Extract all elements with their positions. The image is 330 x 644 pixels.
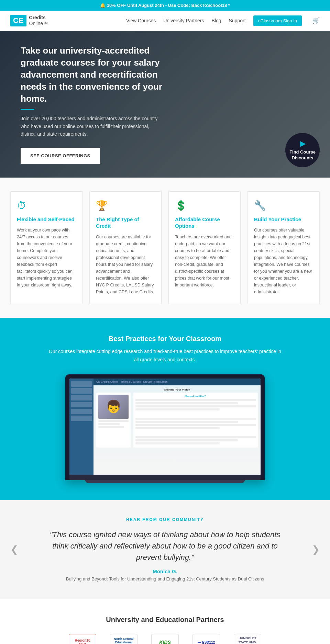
screen-image: 👦 — [98, 395, 129, 419]
practice-icon: 🔧 — [254, 200, 313, 211]
nav-support[interactable]: Support — [229, 18, 246, 23]
partner-logo-humboldt: HUMBOLDTSTATE UNIV.education — [234, 634, 261, 644]
feature-card-affordable: 💲 Affordable Course Options Teachers are… — [168, 191, 241, 304]
sidebar-item-5 — [71, 409, 92, 414]
feature-card-credit: 🏆 The Right Type of Credit Our courses a… — [89, 191, 162, 304]
partner-logo-region10: Region10ESC — [69, 634, 96, 644]
kids-logo: KIDS — [151, 634, 179, 644]
partners-title: University and Educational Partners — [10, 616, 320, 624]
screen-sidebar — [69, 379, 94, 475]
logo-text: Credits Online™ — [29, 15, 48, 26]
screen-sound-familiar: Sound familiar? — [135, 395, 256, 398]
screen-topbar-nav: Home | Courses | Groups | Resources — [121, 380, 167, 383]
eclassroom-signin-button[interactable]: eClassroom Sign In — [253, 15, 302, 26]
logo-ce-box: CE — [10, 15, 26, 26]
screen-para-9 — [135, 436, 256, 438]
testimonial-next-button[interactable]: ❯ — [312, 544, 320, 555]
laptop: CE Credits Online Home | Courses | Group… — [65, 374, 265, 480]
screen-para-6 — [135, 421, 238, 423]
hero-subtext: Join over 20,000 teachers and administra… — [21, 115, 165, 138]
screen-para-8 — [135, 427, 220, 429]
screen-para-5 — [135, 418, 256, 420]
testimonials-section: ❮ HEAR FROM OUR COMMUNITY "This course i… — [0, 500, 330, 599]
partners-section: University and Educational Partners Regi… — [0, 599, 330, 644]
screen-left-panel: 👦 — [96, 393, 131, 448]
screen-inner: CE Credits Online Home | Courses | Group… — [69, 379, 261, 475]
credit-title: The Right Type of Credit — [96, 216, 155, 229]
affordable-icon: 💲 — [175, 200, 234, 211]
screen-content: 👦 Sound familiar? — [96, 393, 258, 448]
best-practices-desc: Our courses integrate cutting edge resea… — [48, 348, 282, 364]
esd112-logo: ••• ESD112 — [192, 634, 220, 644]
screen-right-panel: Sound familiar? — [133, 393, 258, 448]
flexible-icon: ⏱ — [17, 200, 76, 211]
laptop-foot — [85, 480, 245, 483]
screen-text-2 — [98, 423, 120, 425]
badge-line2: Discounts — [292, 155, 314, 161]
banner-text: 🔔 10% OFF Until August 24th - Use Code: … — [100, 3, 230, 8]
credit-desc: Our courses are available for graduate c… — [96, 234, 155, 295]
screen-para-2 — [135, 402, 238, 404]
best-practices-section: Best Practices for Your Classroom Our co… — [0, 318, 330, 500]
logo-credits: Credits — [29, 15, 48, 21]
flexible-desc: Work at your own pace with 24/7 access t… — [17, 227, 76, 289]
features-section: ⏱ Flexible and Self-Paced Work at your o… — [0, 178, 330, 318]
screen-topbar-brand: CE Credits Online — [96, 380, 118, 383]
testimonial-course: Bullying and Beyond: Tools for Understan… — [21, 576, 309, 581]
sidebar-item-6 — [71, 416, 92, 421]
practice-title: Build Your Practice — [254, 216, 313, 223]
screen-main: CE Credits Online Home | Courses | Group… — [94, 379, 261, 475]
hero-content: Take our university-accredited graduate … — [21, 45, 165, 164]
nav-view-courses[interactable]: View Courses — [126, 18, 156, 23]
hero-accent-line — [21, 109, 34, 110]
top-banner: 🔔 10% OFF Until August 24th - Use Code: … — [0, 0, 330, 11]
ncesd-logo: North CentralEducationalService District — [110, 634, 138, 644]
feature-card-flexible: ⏱ Flexible and Self-Paced Work at your o… — [10, 191, 82, 304]
partner-logo-kids: KIDS — [151, 634, 179, 644]
badge-line1: Find Course — [289, 149, 316, 155]
screen-module-title: Crafting Your Vision — [96, 388, 258, 391]
play-icon: ▶ — [300, 139, 305, 148]
screen-text-3 — [98, 426, 124, 428]
screen-para-3 — [135, 405, 256, 407]
logo-online: Online™ — [29, 21, 48, 26]
sidebar-item-2 — [71, 388, 92, 394]
screen-para-4 — [135, 408, 220, 410]
screen-para-11 — [135, 442, 220, 444]
laptop-screen: CE Credits Online Home | Courses | Group… — [69, 379, 261, 475]
header: CE Credits Online™ View Courses Universi… — [0, 11, 330, 31]
feature-card-practice: 🔧 Build Your Practice Our courses offer … — [248, 191, 320, 304]
partner-logos: Region10ESC North CentralEducationalServ… — [10, 634, 320, 644]
practice-desc: Our courses offer valuable insights into… — [254, 227, 313, 295]
region10-logo: Region10ESC — [69, 634, 96, 644]
screen-para-1 — [135, 399, 256, 401]
screen-text-1 — [98, 420, 129, 422]
laptop-base — [69, 475, 261, 480]
main-nav: View Courses University Partners Blog Su… — [126, 15, 320, 26]
affordable-title: Affordable Course Options — [175, 216, 234, 229]
hero-section: Take our university-accredited graduate … — [0, 31, 330, 178]
flexible-title: Flexible and Self-Paced — [17, 216, 76, 223]
cart-icon[interactable]: 🛒 — [312, 17, 320, 24]
testimonial-prev-button[interactable]: ❮ — [10, 544, 18, 555]
affordable-desc: Teachers are overworked and underpaid, s… — [175, 234, 234, 289]
screen-topbar: CE Credits Online Home | Courses | Group… — [94, 379, 261, 385]
find-discounts-badge[interactable]: ▶ Find Course Discounts — [285, 133, 320, 167]
screen-para-7 — [135, 424, 256, 426]
best-practices-title: Best Practices for Your Classroom — [10, 335, 320, 343]
partner-logo-ncesd: North CentralEducationalService District — [110, 634, 138, 644]
testimonials-label: HEAR FROM OUR COMMUNITY — [21, 517, 309, 522]
nav-blog[interactable]: Blog — [211, 18, 221, 23]
sidebar-item-4 — [71, 402, 92, 407]
hero-headline: Take our university-accredited graduate … — [21, 45, 165, 105]
sidebar-item-1 — [71, 381, 92, 387]
testimonial-author: Monica G. — [21, 568, 309, 574]
logo[interactable]: CE Credits Online™ — [10, 15, 48, 26]
testimonial-quote: "This course ignited new ways of thinkin… — [48, 529, 282, 563]
laptop-container: CE Credits Online Home | Courses | Group… — [65, 374, 265, 483]
nav-university-partners[interactable]: University Partners — [163, 18, 204, 23]
credit-icon: 🏆 — [96, 200, 155, 211]
see-course-offerings-button[interactable]: SEE COURSE OFFERINGS — [21, 148, 100, 164]
humboldt-logo: HUMBOLDTSTATE UNIV.education — [234, 634, 261, 644]
sidebar-item-3 — [71, 395, 92, 400]
